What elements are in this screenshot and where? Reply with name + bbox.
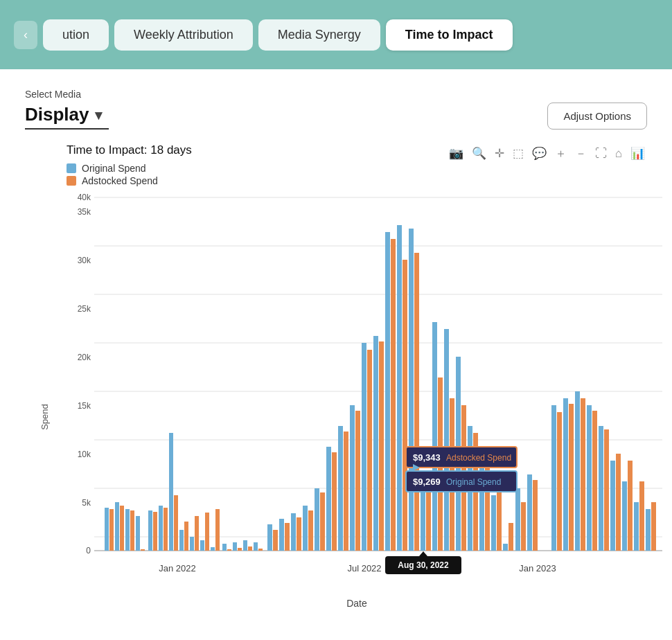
svg-text:0: 0 [86, 546, 91, 555]
svg-rect-48 [243, 540, 247, 551]
svg-rect-52 [267, 524, 272, 551]
home-icon[interactable]: ⌂ [613, 145, 624, 163]
tab-media-synergy[interactable]: Media Synergy [258, 19, 380, 51]
svg-rect-26 [125, 509, 130, 551]
svg-rect-22 [105, 508, 109, 551]
svg-rect-24 [115, 502, 119, 551]
svg-rect-34 [169, 433, 173, 551]
svg-rect-93 [509, 523, 513, 551]
svg-marker-126 [419, 551, 427, 556]
crosshair-icon[interactable]: ✛ [493, 144, 506, 163]
svg-text:Original Spend: Original Spend [446, 477, 501, 487]
svg-rect-114 [646, 509, 651, 551]
adjust-options-button[interactable]: Adjust Options [547, 103, 647, 130]
svg-rect-30 [148, 510, 152, 551]
svg-rect-73 [391, 239, 396, 551]
svg-rect-60 [315, 488, 319, 551]
svg-rect-29 [141, 549, 145, 551]
fullscreen-icon[interactable]: ⛶ [593, 145, 609, 163]
svg-text:35k: 35k [78, 207, 91, 217]
svg-rect-76 [409, 229, 414, 551]
chart-toolbar: 📷 🔍 ✛ ⬚ 💬 ＋ － ⛶ ⌂ 📊 [447, 143, 647, 163]
tab-weekly-attribution[interactable]: Weekly Attribution [114, 19, 253, 51]
minus-icon[interactable]: － [573, 143, 589, 163]
svg-rect-69 [367, 350, 372, 551]
back-button[interactable]: ‹ [14, 21, 37, 49]
svg-text:Jul 2022: Jul 2022 [347, 563, 381, 574]
chart-header: Time to Impact: 18 days Original Spend A… [25, 143, 647, 186]
svg-rect-58 [303, 506, 308, 551]
svg-rect-107 [604, 429, 609, 551]
svg-text:Jan 2023: Jan 2023 [519, 563, 556, 574]
svg-rect-63 [332, 452, 337, 551]
chat-icon[interactable]: 💬 [530, 144, 549, 163]
legend-label-adstocked: Adstocked Spend [82, 175, 158, 186]
svg-text:$9,343: $9,343 [413, 452, 441, 463]
tab-time-to-impact[interactable]: Time to Impact [386, 19, 513, 51]
legend-color-orange [67, 176, 76, 186]
select-media-group: Select Media Display ▾ [25, 89, 109, 130]
media-select-value: Display [25, 104, 89, 125]
main-content: Select Media Display ▾ Adjust Options Ti… [0, 69, 672, 640]
svg-rect-109 [616, 454, 621, 551]
svg-rect-102 [575, 391, 580, 551]
svg-rect-77 [414, 253, 419, 551]
svg-rect-37 [184, 522, 188, 551]
svg-rect-97 [533, 480, 538, 551]
svg-rect-72 [385, 232, 390, 551]
svg-rect-59 [308, 510, 313, 551]
chart-svg-wrapper: Spend 0 5k 10k 15k 20k [25, 190, 647, 640]
svg-rect-115 [651, 502, 656, 551]
svg-rect-75 [403, 260, 407, 551]
add-icon[interactable]: ＋ [553, 143, 569, 163]
controls-row: Select Media Display ▾ Adjust Options [25, 89, 647, 130]
bar-chart-icon[interactable]: 📊 [628, 144, 647, 163]
svg-rect-33 [163, 508, 168, 551]
svg-rect-51 [258, 549, 263, 551]
tab-attribution[interactable]: ution [43, 19, 109, 51]
svg-rect-36 [179, 530, 184, 551]
svg-rect-80 [432, 322, 437, 551]
svg-rect-71 [379, 341, 384, 551]
svg-rect-101 [569, 404, 574, 551]
header-nav: ‹ ution Weekly Attribution Media Synergy… [0, 0, 672, 69]
svg-rect-44 [222, 544, 227, 551]
select-icon[interactable]: ⬚ [511, 144, 526, 163]
svg-rect-99 [557, 412, 562, 551]
media-select-dropdown[interactable]: Display ▾ [25, 104, 109, 130]
svg-rect-49 [248, 546, 252, 551]
chart-title-legend: Time to Impact: 18 days Original Spend A… [67, 143, 192, 186]
svg-rect-61 [320, 492, 325, 551]
svg-rect-67 [355, 411, 360, 551]
chevron-down-icon: ▾ [95, 107, 102, 123]
svg-rect-56 [291, 513, 296, 551]
svg-rect-103 [581, 398, 585, 551]
svg-rect-96 [527, 474, 532, 551]
svg-rect-38 [190, 537, 194, 551]
svg-text:40k: 40k [78, 193, 91, 202]
svg-rect-31 [153, 512, 157, 551]
svg-rect-95 [521, 502, 526, 551]
svg-rect-39 [195, 516, 199, 551]
svg-rect-108 [610, 461, 615, 551]
camera-icon[interactable]: 📷 [447, 144, 466, 163]
svg-rect-28 [136, 516, 140, 551]
svg-rect-57 [297, 517, 301, 551]
legend-item-adstocked: Adstocked Spend [67, 175, 192, 186]
legend-label-original: Original Spend [82, 163, 146, 174]
svg-rect-62 [326, 447, 331, 551]
y-axis-label: Spend [39, 404, 50, 430]
chart-container: Time to Impact: 18 days Original Spend A… [25, 143, 647, 640]
zoom-icon[interactable]: 🔍 [470, 144, 488, 163]
svg-rect-40 [200, 540, 204, 551]
legend-item-original: Original Spend [67, 163, 192, 174]
svg-rect-92 [503, 544, 508, 551]
svg-rect-53 [273, 530, 278, 551]
svg-text:Jan 2022: Jan 2022 [159, 563, 196, 574]
svg-rect-74 [397, 225, 402, 551]
svg-rect-35 [174, 495, 178, 551]
svg-rect-110 [622, 481, 627, 551]
svg-rect-111 [628, 461, 633, 551]
svg-text:Aug 30, 2022: Aug 30, 2022 [398, 560, 449, 570]
svg-rect-41 [205, 513, 209, 551]
